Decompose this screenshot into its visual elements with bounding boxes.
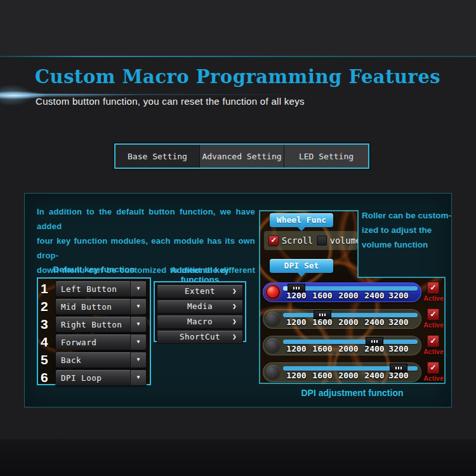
active-checkbox[interactable]: ✓ (427, 362, 439, 374)
caret-down-icon[interactable]: ▼ (130, 281, 146, 296)
dpi-row-2: 1200 1600 2000 2400 3200 ✓ Active (259, 309, 446, 329)
dropdown-forward[interactable]: Forward ▼ (55, 334, 147, 350)
dropdown-dpi-loop[interactable]: DPI Loop ▼ (55, 369, 147, 386)
tab-base-setting[interactable]: Base Setting (116, 145, 199, 168)
scale-tick: 1200 (286, 291, 306, 300)
bottom-band (0, 439, 476, 476)
dpi-slider-pill: 1200 1600 2000 2400 3200 (263, 282, 421, 302)
volume-label: volume (330, 235, 361, 246)
additional-key-list: Extent ❯ Media ❯ Macro ❯ ShortCut ❯ (154, 281, 246, 342)
intro-line: four key function modules, each module h… (37, 234, 255, 263)
dpi-radio[interactable] (266, 365, 280, 379)
screenshot-stage: Custom Macro Programming Features Custom… (0, 0, 476, 476)
key-row: 2 Mid Button ▼ (41, 299, 147, 314)
scale-tick: 2000 (338, 344, 358, 354)
scale-tick: 1600 (312, 291, 332, 300)
page-title: Custom Macro Programming Features (35, 66, 440, 88)
scale-tick: 3200 (388, 291, 408, 300)
caret-down-icon[interactable]: ▼ (130, 317, 146, 332)
key-number: 6 (41, 370, 55, 385)
dpi-row-4: 1200 1600 2000 2400 3200 ✓ Active (259, 362, 446, 382)
button-extent[interactable]: Extent ❯ (157, 284, 243, 298)
dpi-set-button[interactable]: DPI Set (270, 259, 333, 273)
caret-down-icon[interactable]: ▼ (130, 370, 146, 385)
dropdown-right-button[interactable]: Right Button ▼ (55, 316, 147, 333)
button-label: Media (187, 301, 213, 311)
wheel-func-button[interactable]: Wheel Func (270, 213, 333, 227)
key-row: 1 Left Button ▼ (41, 281, 147, 296)
key-number: 3 (41, 317, 55, 332)
scale-tick: 2000 (338, 317, 358, 327)
scale-tick: 2400 (364, 317, 384, 327)
dpi-radio[interactable] (266, 338, 280, 352)
tab-advanced-setting[interactable]: Advanced Setting (199, 145, 284, 168)
dpi-radio[interactable] (266, 312, 280, 326)
key-row: 6 DPI Loop ▼ (41, 370, 147, 385)
dpi-slider-pill: 1200 1600 2000 2400 3200 (263, 336, 421, 355)
dpi-slider-pill: 1200 1600 2000 2400 3200 (263, 362, 421, 382)
dpi-caption: DPI adjustment function (259, 388, 446, 398)
wheel-options-strip: ✓ Scroll volume (264, 231, 357, 250)
button-media[interactable]: Media ❯ (157, 300, 243, 314)
active-label: Active (421, 321, 446, 329)
caret-down-icon[interactable]: ▼ (130, 299, 146, 314)
dpi-row-3: 1200 1600 2000 2400 3200 ✓ Active (259, 336, 446, 355)
dropdown-mid-button[interactable]: Mid Button ▼ (55, 298, 147, 315)
scale-tick: 1600 (312, 344, 332, 354)
roller-note-line: Roller can be custom- (362, 208, 452, 223)
dpi-slider-track[interactable] (283, 313, 418, 317)
dropdown-value: Forward (56, 338, 130, 347)
active-checkbox[interactable]: ✓ (427, 282, 439, 294)
scale-tick: 3200 (388, 317, 408, 327)
volume-checkbox[interactable] (317, 235, 327, 246)
top-band (0, 0, 476, 56)
default-keys-heading: Default key function (37, 265, 151, 274)
lens-flare-streak (0, 94, 381, 95)
chevron-right-icon: ❯ (232, 331, 237, 343)
active-label: Active (421, 348, 446, 355)
scale-tick: 2400 (364, 291, 384, 300)
scale-tick: 3200 (388, 371, 408, 380)
dropdown-left-button[interactable]: Left Button ▼ (55, 281, 147, 297)
key-number: 2 (41, 299, 55, 314)
key-number: 1 (41, 281, 55, 296)
key-number: 5 (41, 352, 55, 367)
key-row: 5 Back ▼ (41, 352, 147, 367)
active-checkbox[interactable]: ✓ (427, 335, 439, 347)
button-label: Macro (187, 317, 213, 326)
button-label: Extent (185, 286, 215, 296)
dpi-slider-track[interactable] (283, 286, 418, 291)
dpi-slider-pill: 1200 1600 2000 2400 3200 (263, 309, 421, 329)
dropdown-value: Left Button (56, 284, 130, 294)
default-key-list: 1 Left Button ▼ 2 Mid Button ▼ 3 Right B… (37, 277, 151, 385)
scale-tick: 1600 (312, 317, 332, 327)
dpi-row-1: 1200 1600 2000 2400 3200 ✓ Active (259, 282, 446, 302)
chevron-right-icon: ❯ (232, 300, 237, 313)
dropdown-value: Mid Button (56, 302, 130, 312)
dropdown-back[interactable]: Back ▼ (55, 352, 147, 368)
roller-note-line: ized to adjust the (362, 223, 452, 237)
dpi-slider-track[interactable] (283, 340, 418, 344)
settings-tabbar: Base Setting Advanced Setting LED Settin… (114, 143, 369, 169)
scroll-checkbox[interactable]: ✓ (268, 235, 279, 246)
active-checkbox[interactable]: ✓ (427, 308, 439, 321)
caret-down-icon[interactable]: ▼ (130, 334, 146, 350)
dropdown-value: Back (56, 355, 130, 365)
button-macro[interactable]: Macro ❯ (157, 315, 243, 329)
key-number: 4 (41, 334, 55, 350)
roller-note: Roller can be custom- ized to adjust the… (362, 208, 452, 252)
caret-down-icon[interactable]: ▼ (130, 352, 146, 367)
scale-tick: 1200 (286, 371, 306, 380)
intro-line: In addition to the default button functi… (37, 204, 255, 234)
scale-tick: 3200 (388, 344, 408, 354)
dpi-slider-track[interactable] (283, 366, 418, 371)
key-row: 4 Forward ▼ (41, 334, 147, 350)
chevron-right-icon: ❯ (232, 285, 237, 298)
scale-tick: 2000 (338, 291, 358, 300)
button-label: ShortCut (180, 332, 220, 341)
scale-tick: 2000 (338, 371, 358, 380)
dpi-radio[interactable] (266, 285, 280, 299)
key-row: 3 Right Button ▼ (41, 317, 147, 332)
button-shortcut[interactable]: ShortCut ❯ (157, 330, 243, 344)
tab-led-setting[interactable]: LED Setting (284, 145, 368, 168)
